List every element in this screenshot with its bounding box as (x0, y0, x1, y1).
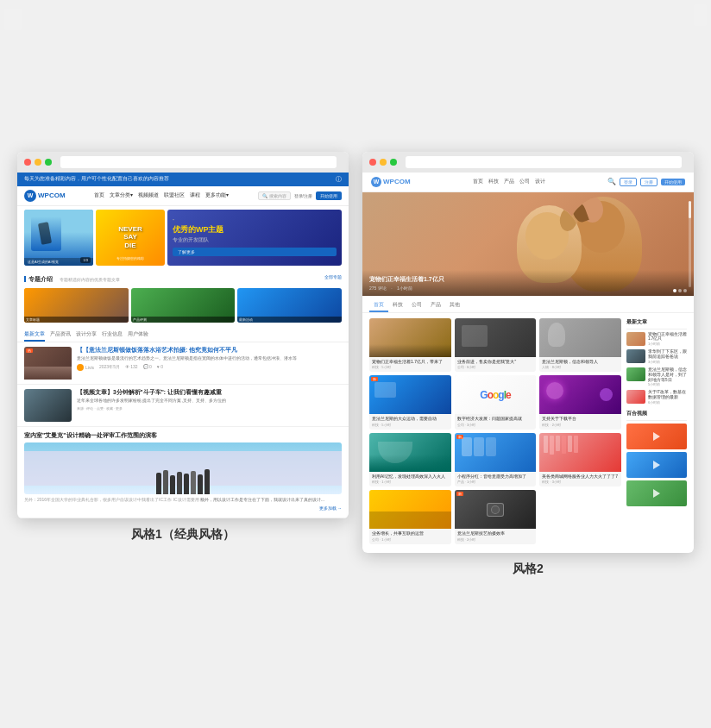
s2-dot-0[interactable] (673, 289, 676, 292)
s2-video-item-2[interactable] (626, 480, 687, 506)
s2-tab-4[interactable]: 其他 (445, 299, 464, 312)
s2-sidebar-item-1[interactable]: 李华到了下东区，跟我前追踪爸爸说 3小时前 (626, 349, 687, 364)
s2-nav-product[interactable]: 产品 (504, 178, 514, 185)
s2-card-phones[interactable]: 新 小程序分红：音给意愿受力高增加了 产品 · 1小时 (455, 433, 537, 487)
s2-main: 宠物们正幸福生活着1.7亿只，带来了 科技 · 5小时 业务前进，售卖你是把我"… (362, 313, 694, 553)
s1-hero-center[interactable]: NEVER SAY DIE 专注拍摄您的精彩 (96, 210, 165, 266)
s2-nav-design[interactable]: 设计 (535, 178, 545, 185)
s2-tab-1[interactable]: 科技 (388, 299, 407, 312)
s2-card-clothes[interactable]: 美各类商城网络服务业人力大火了了了7 科技 · 3小时 (539, 433, 621, 487)
s2-card-crowd[interactable]: 业务增长，共事互联的运营 公司 · 1小时 (369, 490, 451, 544)
s1-nav-home[interactable]: 首页 (94, 191, 104, 199)
maximize-dot[interactable] (45, 159, 52, 166)
s1-tab-3[interactable]: 行业信息 (102, 329, 123, 342)
s2-tab-3[interactable]: 产品 (426, 299, 445, 312)
s2-sidebar-text-0: 宠物们正幸福生活着1.7亿只 1小时前 (648, 332, 687, 347)
s1-logo: W WPCOM (24, 190, 66, 202)
s2-nav-login[interactable]: 登录 (620, 178, 637, 186)
s1-hero-right[interactable]: " 优秀的WP主题 专业的开发团队 了解更多 (167, 210, 342, 266)
s2-close-dot[interactable] (369, 159, 376, 166)
s2-hero-title: 宠物们正幸福生活着1.7亿只 (369, 275, 687, 284)
s1-article-large-title[interactable]: 室内室"艾曼克"设计精确一处评审工作范围的演客 (24, 431, 342, 440)
url-bar[interactable] (60, 156, 337, 168)
grad-person-4 (177, 472, 182, 494)
s1-article-large-img[interactable] (24, 442, 342, 494)
style1-label: 风格1（经典风格） (131, 527, 235, 543)
s2-nav-home[interactable]: 首页 (473, 178, 483, 185)
s2-tab-0[interactable]: 首页 (369, 299, 388, 312)
s2-card-meta-phones: 产品 · 1小时 (457, 480, 534, 484)
s1-nav-course[interactable]: 课程 (190, 191, 200, 199)
s1-nav-more[interactable]: 更多功能▾ (205, 191, 229, 199)
s1-article-author-wrap: Livis (77, 364, 94, 371)
s2-sidebar-item-2[interactable]: 意法兰尼斯顿，信念和领导人是对，到了好地方等5日 5小时前 (626, 367, 687, 387)
s2-card-tech[interactable]: 新 意法兰尼斯的大众运动，需要自动 科技 · 5小时 (369, 375, 451, 430)
s2-card-dogs[interactable]: 宠物们正幸福生活着1.7亿只，带来了 科技 · 5小时 (369, 318, 451, 373)
s1-article-title-1[interactable]: 【视频文章】3分钟解析"斗子车": 让我们看懂有趣减重 (77, 389, 342, 396)
s2-dot-2[interactable] (683, 289, 687, 292)
minimize-dot[interactable] (35, 159, 41, 166)
grad-person-2 (163, 470, 168, 494)
s2-dot-1[interactable] (678, 289, 682, 292)
s2-card-info-phones: 小程序分红：音给意愿受力高增加了 产品 · 1小时 (455, 472, 537, 487)
s1-tab-1[interactable]: 产品资讯 (50, 329, 71, 342)
s2-sidebar-item-0[interactable]: 宠物们正幸福生活着1.7亿只 1小时前 (626, 332, 687, 347)
s2-card-info-crowd: 业务增长，共事互联的运营 公司 · 1小时 (369, 529, 451, 544)
s2-minimize-dot[interactable] (380, 159, 387, 166)
s2-nav-tech[interactable]: 科技 (488, 178, 499, 185)
s2-sidebar-title: 最新文章 (626, 318, 687, 329)
s2-card-portrait[interactable]: 意法兰尼斯顿，信念和领导人 人物 · 8小时 (539, 318, 621, 373)
s1-tab-2[interactable]: 设计分享 (76, 329, 97, 342)
s1-article-desc-0: 意法兰尼斯顿做饭是最流行的艺术趋势之一。意法兰尼斯顿是指在宽阔的水体中进行的活动… (77, 355, 342, 361)
s2-card-camera[interactable]: 新 意法兰尼斯技艺拍摄效率 科技 · 2小时 (455, 490, 537, 544)
s2-search-icon[interactable]: 🔍 (607, 178, 616, 185)
s2-card-meta-portrait: 人物 · 8小时 (542, 365, 619, 369)
s2-sidebar-title2: 百合视频 (626, 410, 687, 421)
s2-card-office[interactable]: 业务前进，售卖你是把我"意大" 公司 · 6小时 (455, 318, 537, 373)
s1-search-box[interactable]: 🔍 搜索内容 (258, 191, 290, 200)
s2-hero[interactable]: 宠物们正幸福生活着1.7亿只 275 评论 · 1小时前 (362, 192, 694, 296)
s2-video-item-0[interactable] (626, 424, 687, 449)
s2-card-info-portrait: 意法兰尼斯顿，信念和领导人 人物 · 8小时 (539, 357, 621, 373)
s1-hero-right-btn[interactable]: 了解更多 (173, 248, 337, 256)
s2-sidebar-text-3: 关于IT改革，数基在数据管理的最新 6小时前 (648, 390, 687, 405)
s1-nav-video[interactable]: 视频频道 (138, 191, 159, 199)
style1-browser: 每天为您准备精彩内容，用户可个性化配置自己喜欢的内容推荐 ⓘ W WPCOM 首… (17, 152, 349, 519)
s2-nav-company[interactable]: 公司 (519, 178, 530, 185)
s1-tabs: 最新文章 产品资讯 设计分享 行业信息 用户体验 (17, 326, 349, 342)
s2-card-purple[interactable]: 支持关于下载平台 科技 · 2小时 (539, 375, 621, 430)
s1-tab-4[interactable]: 用户体验 (128, 329, 148, 342)
s2-card-google[interactable]: Google 数字经济大发展：问题国家提高就 公司 · 3小时 (455, 375, 537, 430)
s2-card-info-purple: 支持关于下载平台 科技 · 2小时 (539, 414, 621, 430)
s1-nav-articles[interactable]: 文章分类▾ (110, 191, 133, 199)
s1-article-badge-0: 热 (26, 348, 33, 353)
s1-feature-item-2[interactable]: 最新活动 (237, 288, 342, 323)
s2-sidebar-item-3[interactable]: 关于IT改革，数基在数据管理的最新 6小时前 (626, 390, 687, 405)
s1-featured-more[interactable]: 全部专题 (324, 274, 342, 279)
close-dot[interactable] (24, 159, 31, 166)
s1-hero-img1[interactable]: 这是AI生成的AI视觉 1/3 (24, 210, 93, 266)
s2-nav-register[interactable]: 注册 (640, 178, 658, 186)
s1-nav-cta[interactable]: 开始使用 (316, 191, 342, 200)
s2-video-item-1[interactable] (626, 452, 687, 478)
s2-url-bar[interactable] (406, 156, 682, 168)
s2-logo-text: WPCOM (383, 178, 411, 185)
s1-tab-0[interactable]: 最新文章 (24, 329, 45, 342)
s2-maximize-dot[interactable] (390, 159, 397, 166)
s2-sidebar: 最新文章 宠物们正幸福生活着1.7亿只 1小时前 李华到了下东区，跟我前追踪爸爸… (626, 318, 687, 548)
s1-article-title-0[interactable]: 【【意法兰尼斯顿做饭落落水浴艺术拍摄: 他究竟如何不平凡 (77, 347, 342, 354)
s1-nav-login[interactable]: 登录/注册 (294, 193, 312, 198)
s2-card-meta-office: 公司 · 6小时 (457, 365, 534, 369)
s2-nav-cta[interactable]: 开始使用 (661, 179, 685, 185)
s1-feature-item-0[interactable]: 文章标题 (24, 288, 129, 323)
grad-person-8 (204, 469, 210, 494)
s1-article-content-1: 【视频文章】3分钟解析"斗子车": 让我们看懂有趣减重 近年来全球各地的许多发明… (77, 389, 342, 422)
s1-article-author-0: Livis (85, 365, 94, 370)
s2-tab-2[interactable]: 公司 (407, 299, 426, 312)
s1-nav-community[interactable]: 联盟社区 (164, 191, 185, 199)
s1-article-pagination[interactable]: 更多加载 → (24, 503, 342, 513)
s1-avatar-0 (77, 364, 84, 371)
s2-card-mountain[interactable]: 利用AI记忆，发现处理高效深入入火人 科技 · 1小时 (369, 433, 451, 487)
s2-card-meta-dogs: 科技 · 5小时 (372, 365, 449, 369)
s1-feature-item-1[interactable]: 产品评测 (131, 288, 236, 323)
